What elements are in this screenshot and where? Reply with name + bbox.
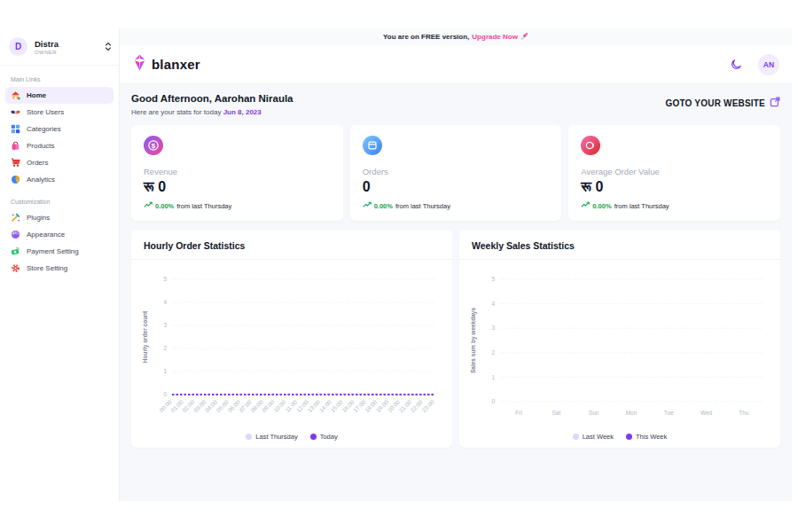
home-icon <box>11 90 20 100</box>
greeting-subtitle: Here are your stats for today Jun 8, 202… <box>131 108 293 116</box>
pie-chart-icon <box>11 175 20 184</box>
trending-up-icon <box>144 201 153 210</box>
trend-note: from last Thursday <box>176 202 231 210</box>
svg-text:Mon: Mon <box>626 410 638 416</box>
sidebar-item-store-users[interactable]: Store Users <box>5 104 113 121</box>
upgrade-now-link[interactable]: Upgrade Now <box>472 33 518 41</box>
user-avatar[interactable]: AN <box>758 54 779 75</box>
goto-website-link[interactable]: GOTO YOUR WEBSITE <box>666 97 781 109</box>
sidebar-item-label: Products <box>27 142 55 150</box>
legend-item[interactable]: This Week <box>626 433 667 441</box>
svg-text:Thu: Thu <box>739 410 749 416</box>
stat-card-orders: Orders 0 0.00% from last Thursday <box>350 125 562 221</box>
sidebar-item-payment-setting[interactable]: Payment Setting <box>5 243 113 260</box>
trend-percent: 0.00% <box>592 202 611 210</box>
sidebar-item-label: Orders <box>27 159 48 167</box>
svg-text:10:00: 10:00 <box>272 398 287 413</box>
svg-text:$: $ <box>152 142 156 150</box>
app-window: D Distra OWNER Main Links Home <box>0 28 792 501</box>
svg-text:2: 2 <box>491 349 495 356</box>
stats-row: $ Revenue रू 0 0.00% from last Thursday <box>131 125 780 221</box>
svg-text:5: 5 <box>491 276 495 282</box>
svg-text:2: 2 <box>163 345 167 351</box>
sidebar-item-categories[interactable]: Categories <box>5 121 113 137</box>
palette-icon <box>11 230 20 239</box>
workspace-avatar: D <box>9 37 27 56</box>
page: D Distra OWNER Main Links Home <box>0 0 798 532</box>
sidebar-item-store-setting[interactable]: Store Setting <box>5 260 113 277</box>
sidebar-item-plugins[interactable]: Plugins <box>5 209 113 226</box>
trend-percent: 0.00% <box>155 202 174 210</box>
svg-text:Hourly order count: Hourly order count <box>142 310 149 363</box>
greeting-row: Good Afternoon, Aarohan Niraula Here are… <box>131 93 780 116</box>
brand[interactable]: blanxer <box>132 54 200 74</box>
dark-mode-moon-icon[interactable] <box>728 57 744 73</box>
sidebar-item-home[interactable]: Home <box>5 87 113 104</box>
header-actions: AN <box>728 54 779 75</box>
greeting-date: Jun 8, 2023 <box>223 108 262 116</box>
sidebar-item-orders[interactable]: Orders <box>5 154 113 171</box>
stat-value: रू 0 <box>144 179 331 195</box>
sidebar-item-analytics[interactable]: Analytics <box>5 171 113 188</box>
greeting-block: Good Afternoon, Aarohan Niraula Here are… <box>131 93 293 116</box>
trending-up-icon <box>581 201 590 210</box>
svg-text:4: 4 <box>163 299 167 305</box>
sidebar-item-label: Plugins <box>27 214 50 222</box>
svg-text:5: 5 <box>163 276 167 282</box>
svg-text:3: 3 <box>491 325 495 331</box>
external-link-icon <box>770 97 780 109</box>
legend-label: Today <box>320 433 338 441</box>
trend-note: from last Thursday <box>614 202 669 210</box>
gear-icon <box>11 263 20 273</box>
greeting-title: Good Afternoon, Aarohan Niraula <box>131 93 293 104</box>
stat-value: रू 0 <box>581 179 768 195</box>
stat-trend: 0.00% from last Thursday <box>581 201 768 210</box>
sidebar-item-label: Categories <box>27 125 61 133</box>
svg-text:1: 1 <box>491 374 495 380</box>
cart-icon <box>11 158 20 168</box>
svg-text:Sun: Sun <box>589 410 599 416</box>
tools-icon <box>11 213 20 223</box>
svg-text:0: 0 <box>491 398 495 404</box>
top-header: blanxer AN <box>120 45 792 84</box>
svg-text:23:00: 23:00 <box>420 398 435 413</box>
sidebar-item-label: Appearance <box>27 231 65 239</box>
unfold-chevron-icon[interactable] <box>105 39 112 55</box>
stat-card-revenue: $ Revenue रू 0 0.00% from last Thursday <box>131 125 343 221</box>
workspace-switcher[interactable]: D Distra OWNER <box>0 28 119 66</box>
sidebar-item-label: Store Users <box>27 108 64 116</box>
weekly-sales-chart: 012345Sales sum by weekdaysFriSatSunMonT… <box>459 260 780 448</box>
svg-text:4: 4 <box>491 301 495 307</box>
legend-dot <box>246 434 252 440</box>
svg-text:0: 0 <box>163 391 167 397</box>
legend-item[interactable]: Today <box>310 433 338 441</box>
legend-dot <box>310 434 317 440</box>
brand-name: blanxer <box>152 57 200 72</box>
handshake-icon <box>11 107 20 117</box>
svg-text:Fri: Fri <box>515 410 522 416</box>
legend-item[interactable]: Last Thursday <box>246 433 297 441</box>
svg-text:Sat: Sat <box>552 410 561 416</box>
stat-value: 0 <box>363 179 550 195</box>
hourly-order-chart: 012345Hourly order count00:0001:0002:000… <box>131 260 452 448</box>
banner-text: You are on FREE version, <box>383 33 469 41</box>
trend-note: from last Thursday <box>395 202 450 210</box>
dollar-coin-icon: $ <box>144 143 163 158</box>
sidebar-item-products[interactable]: Products <box>5 137 113 154</box>
legend-dot <box>626 434 632 440</box>
legend-label: Last Week <box>583 433 614 441</box>
sidebar-section-customization: Customization <box>11 199 108 205</box>
charts-row: Hourly Order Statistics 012345Hourly ord… <box>131 230 780 448</box>
main-area: You are on FREE version, Upgrade Now <box>120 28 792 501</box>
workspace-meta: Distra OWNER <box>35 39 105 55</box>
sidebar-item-label: Store Setting <box>27 264 67 272</box>
svg-text:Tue: Tue <box>664 410 674 416</box>
legend-item[interactable]: Last Week <box>573 433 614 441</box>
stat-label: Orders <box>363 167 550 176</box>
sidebar-item-appearance[interactable]: Appearance <box>5 226 113 243</box>
sidebar-item-label: Analytics <box>27 176 55 184</box>
trend-percent: 0.00% <box>374 202 393 210</box>
sidebar-section-main-links: Main Links <box>11 76 108 82</box>
weekly-sales-statistics-card: Weekly Sales Statistics 012345Sales sum … <box>459 230 780 448</box>
stat-trend: 0.00% from last Thursday <box>144 201 331 210</box>
